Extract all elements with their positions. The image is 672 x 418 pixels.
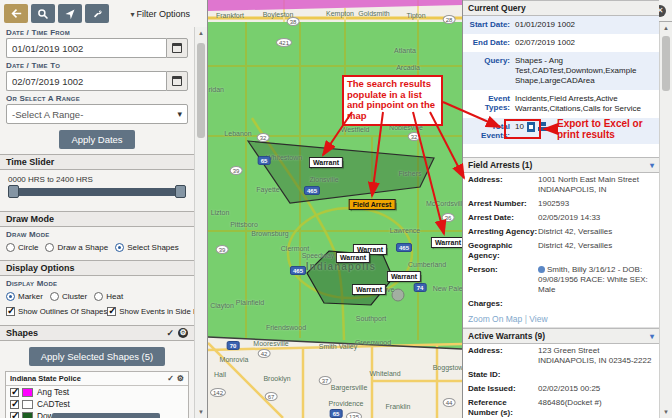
slider-handle-end[interactable] — [175, 185, 186, 198]
radio-cluster[interactable]: Cluster — [50, 292, 87, 301]
radio-circle[interactable]: Circle — [6, 243, 38, 252]
road-shield: 421 — [276, 38, 292, 47]
date-to-input[interactable] — [6, 71, 166, 91]
apply-shapes-partial-button[interactable] — [52, 413, 160, 418]
map-town-label: Franklin — [386, 403, 411, 410]
scroll-down-arrow[interactable]: ▼ — [195, 406, 207, 418]
left-panel-scrollbar[interactable]: ▲ ▼ — [194, 27, 207, 418]
detail-row: Arrest Number:1902593 — [463, 197, 659, 211]
map-town-label: Speedway — [302, 252, 335, 259]
detail-row: Person:Smith, Billy 3/16/12 - DOB: 09/08… — [463, 263, 659, 297]
shape-color-swatch — [22, 400, 33, 409]
chevron-down-icon: ▾ — [130, 10, 134, 19]
road-shield: 142 — [210, 388, 226, 397]
detail-row: Arresting Agency:District 42, Versailles — [463, 225, 659, 239]
right-panel-scrollbar[interactable]: ▲ ▼ — [659, 22, 672, 418]
field-arrest-marker[interactable]: Field Arrest — [349, 199, 396, 210]
warrant-marker[interactable]: Warrant — [431, 237, 462, 248]
scroll-up-arrow[interactable]: ▲ — [660, 22, 672, 34]
map-town-label: Fayette — [256, 186, 279, 193]
map-annotation-callout: The search results populate in a list an… — [342, 75, 443, 126]
link-view[interactable]: View — [529, 314, 547, 324]
road-shield: 38 — [287, 17, 300, 26]
chevron-down-icon[interactable]: ▾ — [650, 161, 654, 170]
map-canvas[interactable]: FrankfortBoylestonKemptonGoldsmithTipton… — [208, 0, 462, 418]
road-shield: 36 — [442, 213, 455, 222]
road-shield: 32 — [408, 132, 421, 141]
gear-icon[interactable]: ⚙ — [178, 328, 188, 338]
map-town-label: Kempton — [326, 10, 354, 17]
apply-shapes-button[interactable]: Apply Selected Shapes (5) — [29, 347, 165, 366]
gear-icon[interactable]: ⚙ — [177, 374, 184, 383]
detail-row: Address:1001 North East Main Street INDI… — [463, 173, 659, 197]
filter-options-toggle[interactable]: ▾Filter Options — [130, 9, 190, 19]
map-town-label: Tipton — [406, 12, 425, 19]
print-icon[interactable] — [538, 122, 548, 131]
map-town-label: Whitestown — [266, 154, 302, 161]
radio-select-shapes[interactable]: Select Shapes — [115, 243, 179, 252]
map-town-label: Plainfield — [236, 299, 264, 306]
active-warrant-record: Address:123 Green Street INDIANAPOLIS, I… — [463, 344, 659, 418]
detail-row: Reference Number (s):486486(Docket #) — [463, 396, 659, 418]
map-town-label: Smith Valley — [319, 343, 357, 350]
shape-item-cadtest[interactable]: CADTest — [6, 398, 188, 410]
date-to-label: Date / Time To — [0, 58, 194, 71]
warrant-marker[interactable]: Warrant — [387, 271, 421, 282]
road-shield: 39 — [230, 166, 243, 175]
map-town-label: Mooresville — [253, 340, 288, 347]
map-town-label: Westfield — [341, 126, 370, 133]
road-shield: 44 — [443, 398, 456, 407]
check-icon[interactable]: ✓ — [167, 374, 174, 383]
scroll-thumb[interactable] — [662, 36, 670, 91]
calendar-icon[interactable] — [166, 38, 188, 58]
link-zoom-on-map[interactable]: Zoom On Map — [468, 314, 522, 324]
map-town-label: Lizton — [211, 209, 230, 216]
shape-group-label: Indiana State Police — [10, 374, 81, 383]
time-slider-track[interactable] — [10, 188, 184, 196]
warrant-marker[interactable]: Warrant — [352, 284, 386, 295]
warrant-marker[interactable]: Warrant — [336, 252, 370, 263]
draw-mode-header: Draw Mode — [0, 211, 194, 227]
radio-marker[interactable]: Marker — [6, 292, 43, 301]
date-from-input[interactable] — [6, 38, 166, 58]
shape-item-ang-test[interactable]: Ang Test — [6, 386, 188, 398]
detail-row: Address:123 Green Street INDIANAPOLIS, I… — [463, 344, 659, 368]
map-town-label: Zionsville — [309, 176, 338, 183]
slider-handle-start[interactable] — [8, 185, 19, 198]
scroll-down-arrow[interactable]: ▼ — [660, 406, 672, 418]
back-button[interactable] — [4, 4, 28, 23]
date-from-label: Date / Time From — [0, 25, 194, 38]
locate-button[interactable] — [58, 4, 82, 23]
scroll-up-arrow[interactable]: ▲ — [195, 27, 207, 39]
map-town-label: Clermont — [281, 245, 309, 252]
road-shield: 65 — [258, 156, 271, 165]
map-town-label: Lawrence — [390, 227, 420, 234]
checkbox-show-events-in-side-bar[interactable]: Show Events in Side Bar — [107, 307, 205, 316]
map-town-label: Brownsburg — [251, 230, 288, 237]
back-arrow-icon — [10, 8, 23, 19]
radio-heat[interactable]: Heat — [94, 292, 123, 301]
scroll-thumb[interactable] — [197, 43, 205, 138]
map-town-label: Cumberland — [408, 261, 446, 268]
active-warrants-header[interactable]: Active Warrants (9) ▾ — [463, 328, 659, 344]
radio-draw-a-shape[interactable]: Draw a Shape — [45, 243, 108, 252]
search-button[interactable] — [31, 4, 55, 23]
map-town-label: Goldsmith — [358, 10, 390, 17]
road-shield: 28 — [443, 15, 456, 24]
map-town-label: Hall — [214, 371, 226, 378]
location-arrow-icon — [64, 8, 76, 20]
events-panel: Events (10) ✕ Current Query Start Date:0… — [462, 0, 672, 418]
chevron-down-icon[interactable]: ▾ — [650, 332, 654, 341]
checkbox-show-outlines-of-shapes[interactable]: Show Outlines Of Shapes — [6, 307, 107, 316]
tools-button[interactable] — [85, 4, 109, 23]
warrant-marker[interactable]: Warrant — [309, 157, 343, 168]
field-arrests-header[interactable]: Field Arrests (1) ▾ — [463, 157, 659, 173]
shape-color-swatch — [22, 412, 33, 418]
calendar-icon[interactable] — [166, 71, 188, 91]
export-excel-icon[interactable] — [527, 122, 535, 132]
range-select[interactable]: -Select A Range- ▾ — [6, 104, 188, 124]
map-town-label: Whiteland — [369, 370, 400, 377]
apply-dates-button[interactable]: Apply Dates — [59, 130, 134, 149]
check-icon[interactable]: ✓ — [166, 328, 174, 338]
detail-row: State ID: — [463, 368, 659, 382]
